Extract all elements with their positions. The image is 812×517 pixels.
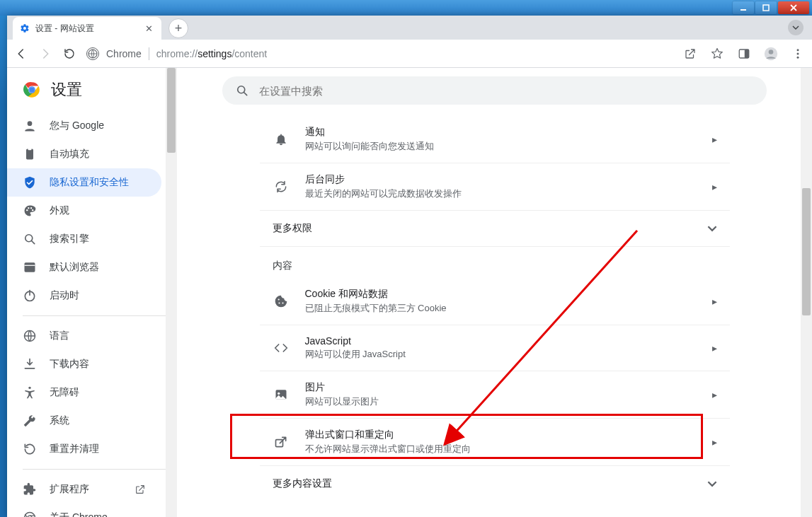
settings-main: 通知 网站可以询问能否向您发送通知 ▸ 后台同步 最近关闭的网站可以完成数据收发…	[177, 68, 812, 517]
chrome-logo-icon	[23, 81, 41, 99]
sidebar-item-accessibility[interactable]: 无障碍	[7, 378, 161, 407]
svg-rect-15	[26, 149, 33, 160]
browser-window: 设置 - 网站设置 ✕ + Chrome chrome://settings/c…	[7, 16, 812, 517]
sidebar-item-reset[interactable]: 重置并清理	[7, 435, 161, 463]
chevron-down-icon	[707, 479, 717, 489]
window-close-button[interactable]	[778, 1, 809, 14]
sidebar-item-downloads[interactable]: 下载内容	[7, 350, 161, 378]
nav-label: 下载内容	[50, 358, 89, 371]
row-popups[interactable]: 弹出式窗口和重定向 不允许网站显示弹出式窗口或使用重定向 ▸	[260, 419, 730, 466]
sidebar-item-about[interactable]: 关于 Chrome	[7, 504, 161, 517]
profile-avatar[interactable]	[764, 47, 778, 61]
sidebar-item-default-browser[interactable]: 默认浏览器	[7, 253, 161, 281]
nav-label: 启动时	[50, 289, 79, 302]
site-info-icon[interactable]	[86, 47, 99, 60]
code-icon	[273, 339, 290, 356]
tab-list-dropdown[interactable]	[788, 20, 804, 35]
open-external-icon	[135, 484, 146, 495]
puzzle-icon	[23, 482, 37, 496]
row-desc: 最近关闭的网站可以完成数据收发操作	[305, 187, 712, 200]
reload-button[interactable]	[62, 47, 76, 61]
side-panel-icon[interactable]	[737, 47, 751, 61]
expander-label: 更多权限	[273, 222, 707, 235]
row-cookies[interactable]: Cookie 和网站数据 已阻止无痕模式下的第三方 Cookie ▸	[260, 278, 730, 325]
settings-search[interactable]	[222, 76, 767, 105]
settings-page: 设置 您与 Google 自动填充 隐私设置和安全性 外观	[7, 68, 812, 517]
tab-close-button[interactable]: ✕	[143, 23, 154, 34]
sidebar-item-appearance[interactable]: 外观	[7, 197, 161, 225]
forward-button[interactable]	[38, 47, 52, 61]
window-minimize-button[interactable]	[733, 1, 754, 14]
settings-title: 设置	[51, 79, 82, 100]
svg-point-14	[28, 121, 33, 126]
scrollbar-thumb[interactable]	[167, 68, 176, 153]
row-title: 通知	[305, 126, 712, 139]
bell-icon	[273, 131, 290, 148]
url-host: settings	[198, 48, 231, 59]
address-bar[interactable]: Chrome chrome://settings/content	[86, 43, 673, 64]
sidebar-item-autofill[interactable]: 自动填充	[7, 140, 161, 168]
tab-title: 设置 - 网站设置	[35, 23, 94, 35]
sync-icon	[273, 178, 290, 195]
search-icon	[235, 83, 249, 98]
sidebar-item-search-engine[interactable]: 搜索引擎	[7, 225, 161, 253]
nav-label: 重置并清理	[50, 443, 99, 455]
sidebar-item-extensions[interactable]: 扩展程序	[7, 475, 161, 504]
row-desc: 网站可以显示图片	[305, 395, 712, 408]
chevron-right-icon: ▸	[712, 389, 717, 400]
browser-tab[interactable]: 设置 - 网站设置 ✕	[13, 17, 161, 40]
share-icon[interactable]	[683, 47, 697, 61]
chevron-right-icon: ▸	[712, 436, 717, 448]
sidebar-item-languages[interactable]: 语言	[7, 322, 161, 350]
sidebar-item-privacy[interactable]: 隐私设置和安全性	[7, 168, 161, 197]
kebab-menu-icon[interactable]	[791, 47, 805, 61]
new-tab-button[interactable]: +	[168, 18, 188, 38]
person-icon	[23, 119, 37, 133]
chevron-right-icon: ▸	[712, 181, 717, 192]
row-background-sync[interactable]: 后台同步 最近关闭的网站可以完成数据收发操作 ▸	[260, 163, 730, 211]
nav-label: 扩展程序	[50, 483, 89, 496]
svg-point-7	[797, 49, 799, 51]
section-content-header: 内容	[260, 247, 730, 278]
main-scrollbar[interactable]	[801, 68, 812, 517]
sidebar-item-on-startup[interactable]: 启动时	[7, 281, 161, 310]
separator	[149, 47, 149, 60]
svg-rect-0	[740, 9, 746, 11]
svg-rect-24	[25, 265, 35, 266]
row-images[interactable]: 图片 网站可以显示图片 ▸	[260, 371, 730, 419]
divider	[23, 315, 177, 316]
expander-more-content[interactable]: 更多内容设置	[260, 466, 730, 501]
search-input[interactable]	[259, 85, 754, 97]
sidebar-nav: 您与 Google 自动填充 隐私设置和安全性 外观 搜索引擎	[7, 108, 177, 517]
expander-more-permissions[interactable]: 更多权限	[260, 211, 730, 247]
row-notifications[interactable]: 通知 网站可以询问能否向您发送通知 ▸	[260, 116, 730, 163]
svg-point-8	[797, 52, 799, 54]
row-title: 弹出式窗口和重定向	[305, 429, 712, 441]
svg-point-27	[28, 387, 30, 389]
clipboard-icon	[23, 147, 37, 161]
chevron-down-icon	[707, 223, 717, 233]
download-icon	[23, 357, 37, 371]
popup-icon	[273, 434, 290, 451]
shield-icon	[23, 175, 37, 190]
browser-icon	[23, 260, 37, 274]
row-title: 图片	[305, 381, 712, 394]
svg-rect-4	[745, 50, 749, 58]
bookmark-icon[interactable]	[710, 47, 724, 61]
power-icon	[23, 289, 37, 303]
row-javascript[interactable]: JavaScript 网站可以使用 JavaScript ▸	[260, 325, 730, 371]
sidebar-item-you-google[interactable]: 您与 Google	[7, 112, 161, 140]
window-maximize-button[interactable]	[755, 1, 777, 14]
nav-label: 默认浏览器	[50, 261, 99, 274]
back-button[interactable]	[14, 47, 28, 61]
sidebar-item-system[interactable]: 系统	[7, 407, 161, 435]
tab-strip: 设置 - 网站设置 ✕ +	[7, 16, 812, 40]
browser-toolbar: Chrome chrome://settings/content	[7, 40, 812, 68]
nav-label: 自动填充	[50, 148, 89, 161]
chevron-right-icon: ▸	[712, 296, 717, 307]
scrollbar-thumb[interactable]	[802, 188, 811, 315]
sidebar-scrollbar[interactable]	[166, 68, 177, 517]
url-label: Chrome	[106, 48, 142, 59]
globe-icon	[23, 329, 37, 343]
nav-label: 搜索引擎	[50, 233, 89, 245]
